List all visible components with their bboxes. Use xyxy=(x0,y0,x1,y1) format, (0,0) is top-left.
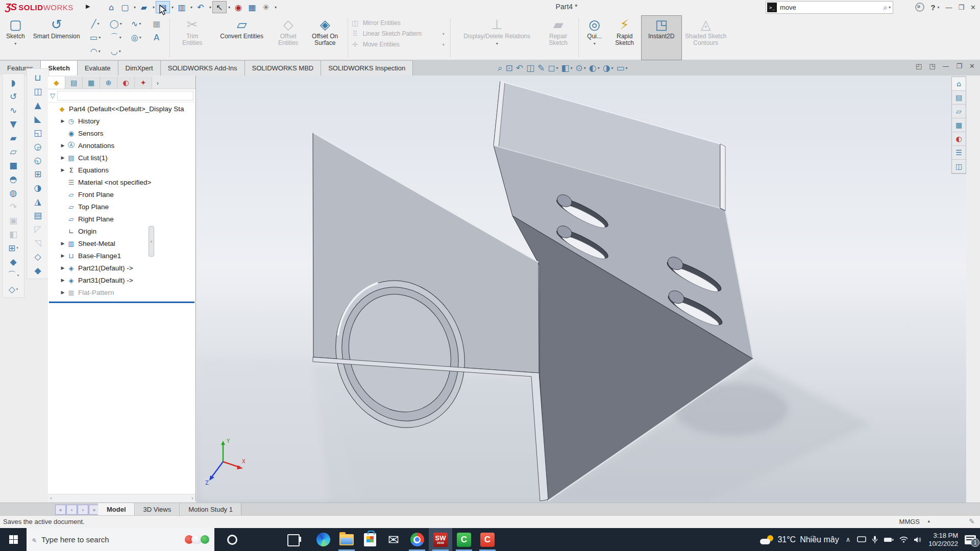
chrome-icon[interactable] xyxy=(405,528,429,551)
tree-item-cut-list[interactable]: ▶▤Cut list(1) xyxy=(48,152,195,164)
propertymanager-tab[interactable]: ▤ xyxy=(65,77,83,89)
appearances-icon[interactable]: ◐ xyxy=(952,132,966,146)
sheet-metal-tool-icon[interactable]: ◶ xyxy=(27,139,48,153)
taskbar-clock[interactable]: 3:18 PM 10/2/2022 xyxy=(928,532,958,548)
sheet-metal-tool-icon[interactable]: ◹ xyxy=(27,236,48,249)
repair-sketch-button[interactable]: ▰ Repair Sketch xyxy=(541,16,576,60)
sheet-metal-tool-icon[interactable]: ◑ xyxy=(27,181,48,194)
new-document-button[interactable]: ▢ xyxy=(118,2,132,13)
panel-splitter-handle[interactable]: ‹ xyxy=(149,226,154,257)
taskbar-search-box[interactable]: ⌕ Type here to search xyxy=(27,528,214,551)
screen-share-icon[interactable] xyxy=(857,536,866,543)
view-palette-icon[interactable]: ▦ xyxy=(952,118,966,132)
apply-scene-icon[interactable]: ◑▾ xyxy=(603,63,614,73)
expand-arrow-icon[interactable]: ▶ xyxy=(59,278,66,283)
doc-restore-icon[interactable]: ❐ xyxy=(956,62,962,70)
convert-entities-button[interactable]: ▱ Convert Entities xyxy=(212,16,272,60)
file-properties-button[interactable]: ▦ xyxy=(246,2,259,13)
help-dropdown-arrow[interactable]: ▾ xyxy=(937,5,939,10)
offset-entities-button[interactable]: ◇ Offset Entities xyxy=(272,16,305,60)
file-explorer-icon[interactable]: ▱ xyxy=(952,105,966,118)
quick-snaps-button[interactable]: ◎ Qui... ▾ xyxy=(581,16,608,60)
undo-button[interactable]: ↶ xyxy=(194,2,207,13)
view-orientation-icon[interactable]: ◻▾ xyxy=(548,63,558,73)
tree-item-equations[interactable]: ▶ΣEquations xyxy=(48,164,195,176)
next-tab-button[interactable]: › xyxy=(78,505,88,515)
expand-arrow-icon[interactable]: ▶ xyxy=(59,290,66,295)
tree-item-origin[interactable]: ∟Origin xyxy=(48,225,195,237)
user-account-icon[interactable] xyxy=(915,3,924,12)
view-settings-icon[interactable]: ▭▾ xyxy=(617,63,628,73)
sheet-metal-tool-icon[interactable]: ■ xyxy=(3,158,24,172)
tree-item-material[interactable]: ☰Material <not specified> xyxy=(48,176,195,188)
search-input[interactable]: move xyxy=(780,4,884,11)
tree-item-top-plane[interactable]: ▱Top Plane xyxy=(48,201,195,213)
smart-dimension-button[interactable]: ↺ Smart Dimension xyxy=(28,16,85,60)
tree-item-sheet-metal[interactable]: ▶▥Sheet-Metal xyxy=(48,237,195,249)
options-dropdown-arrow[interactable]: ▾ xyxy=(273,5,278,10)
search-dropdown-arrow[interactable]: ▾ xyxy=(889,5,891,10)
sketch-dropdown-arrow[interactable]: ▾ xyxy=(14,40,16,47)
print-dropdown-arrow[interactable]: ▾ xyxy=(189,5,194,10)
sheet-metal-tool-icon[interactable]: ▼ xyxy=(3,117,24,131)
save-dropdown-arrow[interactable]: ▾ xyxy=(170,5,175,10)
scroll-right-icon[interactable]: › xyxy=(191,495,193,501)
ellipse-tool[interactable]: ◎▾ xyxy=(126,31,146,44)
display-delete-dropdown-arrow[interactable]: ▾ xyxy=(496,40,498,47)
design-library-icon[interactable]: ▤ xyxy=(952,91,966,105)
sheet-metal-tool-icon[interactable]: ◱ xyxy=(27,126,48,139)
previous-tab-button[interactable]: ‹ xyxy=(66,505,77,515)
part4-3d-model[interactable]: Y X Z xyxy=(197,76,966,503)
sheet-metal-tool-icon[interactable]: ▰ xyxy=(3,131,24,144)
sheet-metal-tool-icon[interactable]: ◮ xyxy=(27,194,48,208)
tree-item-part21[interactable]: ▶◈Part21(Default) -> xyxy=(48,262,195,274)
mirror-entities-button[interactable]: ◫ Mirror Entities xyxy=(351,19,448,27)
search-icon[interactable]: ⌕ xyxy=(884,3,888,12)
tab-motion-study[interactable]: Motion Study 1 xyxy=(180,503,241,516)
sheet-metal-tool-icon[interactable]: ◓ xyxy=(3,172,24,186)
pane-right-icon[interactable]: ◳ xyxy=(929,62,935,70)
sheet-metal-tool-icon[interactable]: ↷ xyxy=(3,199,24,213)
instant2d-button[interactable]: ◳ Instant2D xyxy=(642,16,681,60)
configurationmanager-tab[interactable]: ▦ xyxy=(83,77,100,89)
tab-3d-views[interactable]: 3D Views xyxy=(135,503,180,516)
minimize-button[interactable]: — xyxy=(945,4,952,11)
print-button[interactable]: ▥ xyxy=(175,2,188,13)
home-tab-icon[interactable]: ⌂ xyxy=(952,77,966,91)
options-gear-button[interactable]: ✳ xyxy=(259,2,273,13)
expand-arrow-icon[interactable]: ▶ xyxy=(59,118,66,123)
sheet-metal-tool-icon[interactable]: ◇ xyxy=(27,249,48,263)
rebuild-button[interactable]: ◉ xyxy=(232,2,245,13)
cortana-icon[interactable] xyxy=(227,535,237,545)
sheet-metal-tool-icon[interactable]: ⌒▾ xyxy=(3,268,24,282)
linear-sketch-pattern-button[interactable]: ⠿ Linear Sketch Pattern ▾ xyxy=(351,30,448,38)
tree-item-annotations[interactable]: ▶ⒶAnnotations xyxy=(48,139,195,152)
spline-tool[interactable]: ∿▾ xyxy=(126,17,146,31)
tree-item-sensors[interactable]: ◉Sensors xyxy=(48,127,195,139)
previous-view-icon[interactable]: ↶ xyxy=(516,63,523,73)
circle-tool[interactable]: ◯▾ xyxy=(106,17,126,31)
line-tool[interactable]: ╱▾ xyxy=(85,17,106,31)
tabs-overflow-arrow[interactable]: › xyxy=(152,77,163,89)
help-button[interactable]: ? xyxy=(930,3,935,12)
sketch-pattern-tool[interactable]: ▦ xyxy=(146,17,167,31)
scroll-left-icon[interactable]: ‹ xyxy=(50,495,52,501)
sheet-metal-tool-icon[interactable]: ◍ xyxy=(3,186,24,199)
start-button[interactable] xyxy=(0,528,27,551)
solidworks-taskbar-icon[interactable]: SW2018 xyxy=(429,528,452,551)
move-entities-button[interactable]: ✛ Move Entities ▾ xyxy=(351,40,448,48)
sketch-tool-button[interactable]: ▢ Sketch ▾ xyxy=(3,16,28,60)
doc-close-icon[interactable]: ✕ xyxy=(969,62,975,70)
mail-icon[interactable]: ✉ xyxy=(382,528,405,551)
custom-properties-icon[interactable]: ☰ xyxy=(952,146,966,160)
sheet-metal-tool-icon[interactable]: ◆ xyxy=(27,263,48,277)
sheet-metal-tool-icon[interactable]: ▤ xyxy=(27,208,48,222)
undo-dropdown-arrow[interactable]: ▾ xyxy=(208,5,213,10)
edge-icon[interactable] xyxy=(311,528,335,551)
chamfer-tool[interactable]: ◡▾ xyxy=(106,44,126,58)
select-button[interactable]: ↖ xyxy=(213,2,226,13)
camtasia-recorder-icon[interactable]: C xyxy=(476,528,499,551)
action-center-icon[interactable]: 1 xyxy=(965,535,976,544)
tab-addins[interactable]: SOLIDWORKS Add-Ins xyxy=(161,60,245,76)
sheet-metal-tool-icon[interactable]: ▣ xyxy=(3,213,24,227)
